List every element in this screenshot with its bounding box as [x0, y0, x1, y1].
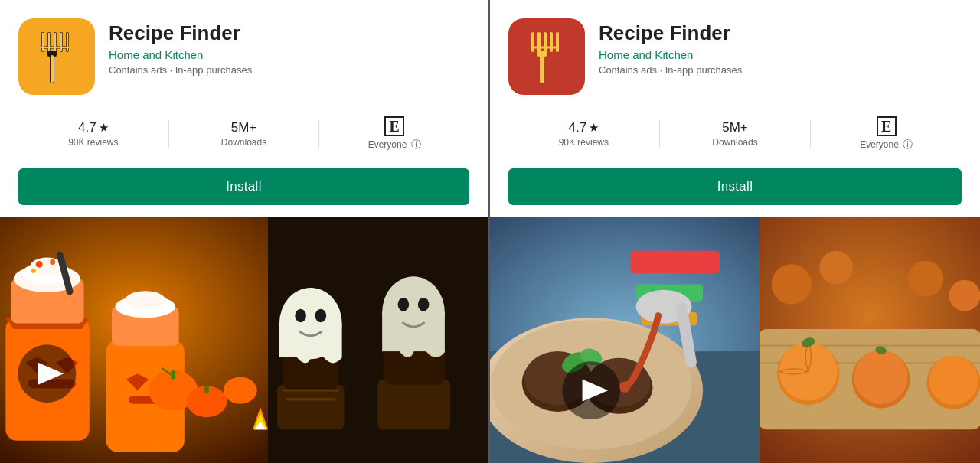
everyone-e-left: E: [384, 116, 404, 136]
app-icon-right: [508, 18, 585, 95]
install-button-left[interactable]: Install: [18, 168, 469, 205]
svg-point-28: [31, 269, 36, 273]
screenshot-spoon: [490, 217, 760, 463]
downloads-label-left: Downloads: [221, 137, 266, 148]
app-header-left: Recipe Finder Home and Kitchen Contains …: [0, 0, 488, 107]
rating-value-right: 4.7 ★: [569, 120, 599, 135]
svg-point-41: [224, 377, 257, 404]
app-meta-right: Contains ads · In-app purchases: [599, 64, 742, 76]
svg-point-59: [418, 298, 430, 311]
fruits-illustration: [760, 217, 980, 463]
app-icon-left: [18, 18, 95, 95]
halloween-illustration: [0, 217, 268, 463]
stats-row-right: 4.7 ★ 90K reviews 5M+ Downloads E Everyo…: [490, 107, 980, 161]
svg-rect-48: [277, 385, 345, 429]
ghost-illustration: [268, 217, 488, 463]
install-section-left: Install: [0, 161, 488, 217]
app-icon-svg-right: [516, 26, 577, 87]
stats-row-left: 4.7 ★ 90K reviews 5M+ Downloads E Everyo…: [0, 107, 488, 161]
rating-label-right: 90K reviews: [559, 137, 609, 148]
svg-point-35: [125, 291, 165, 308]
app-info-left: Recipe Finder Home and Kitchen Contains …: [109, 18, 252, 76]
everyone-label-right: Everyone ⓘ: [860, 138, 913, 152]
everyone-label-left: Everyone ⓘ: [368, 138, 421, 152]
screenshot-halloween: [0, 217, 268, 463]
svg-point-58: [398, 298, 410, 311]
svg-point-26: [36, 261, 43, 268]
svg-point-27: [50, 259, 55, 265]
right-panel: Recipe Finder Home and Kitchen Contains …: [490, 0, 980, 463]
app-header-right: Recipe Finder Home and Kitchen Contains …: [490, 0, 980, 107]
downloads-stat-right: 5M+ Downloads: [660, 120, 811, 148]
screenshot-ghost: [268, 217, 488, 463]
install-button-right[interactable]: Install: [508, 168, 962, 205]
info-icon-right: ⓘ: [903, 139, 913, 150]
screenshots-left: [0, 217, 488, 463]
app-name-left: Recipe Finder: [109, 21, 252, 45]
app-category-right: Home and Kitchen: [599, 48, 742, 61]
downloads-label-right: Downloads: [712, 137, 757, 148]
everyone-e-right: E: [877, 116, 897, 136]
svg-point-52: [296, 309, 307, 323]
screenshot-fruits: [760, 217, 980, 463]
downloads-value-left: 5M+: [231, 120, 257, 135]
svg-point-99: [929, 356, 978, 405]
svg-point-53: [315, 309, 327, 323]
app-info-right: Recipe Finder Home and Kitchen Contains …: [599, 18, 742, 76]
everyone-stat-left: E Everyone ⓘ: [319, 116, 469, 152]
left-panel: Recipe Finder Home and Kitchen Contains …: [0, 0, 490, 463]
spoon-illustration: [490, 217, 760, 463]
screenshots-right: [490, 217, 980, 463]
app-icon-svg-left: [26, 26, 87, 87]
svg-point-102: [908, 261, 944, 297]
everyone-stat-right: E Everyone ⓘ: [811, 116, 962, 152]
svg-rect-40: [204, 386, 209, 393]
rating-label-left: 90K reviews: [68, 137, 118, 148]
app-name-right: Recipe Finder: [599, 21, 742, 45]
install-section-right: Install: [490, 161, 980, 217]
svg-rect-54: [378, 380, 451, 430]
star-icon-right: ★: [589, 121, 599, 135]
app-meta-left: Contains ads · In-app purchases: [109, 64, 252, 76]
svg-point-85: [619, 381, 631, 393]
downloads-stat-left: 5M+ Downloads: [169, 120, 319, 148]
info-icon-left: ⓘ: [411, 139, 421, 150]
svg-rect-37: [171, 370, 175, 380]
app-category-left: Home and Kitchen: [109, 48, 252, 61]
svg-point-103: [949, 280, 980, 311]
svg-rect-72: [630, 251, 720, 273]
svg-point-96: [854, 351, 908, 404]
svg-point-101: [819, 251, 853, 285]
star-icon-left: ★: [99, 121, 109, 135]
svg-point-100: [772, 264, 812, 305]
downloads-value-right: 5M+: [722, 120, 748, 135]
rating-value-left: 4.7 ★: [78, 120, 109, 135]
rating-stat-left: 4.7 ★ 90K reviews: [18, 120, 168, 148]
rating-stat-right: 4.7 ★ 90K reviews: [508, 120, 659, 148]
